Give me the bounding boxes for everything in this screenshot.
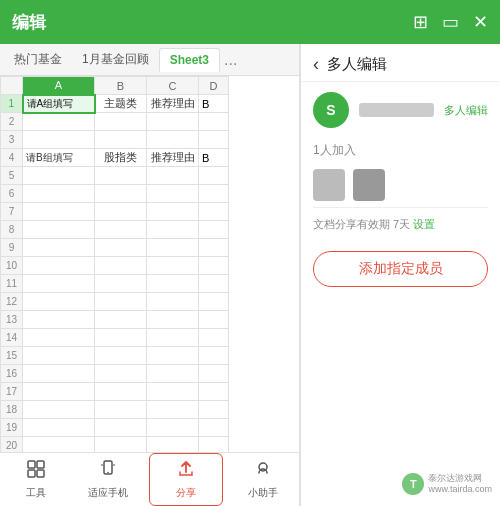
watermark: T 泰尔达游戏网 www.tairda.com — [402, 473, 492, 496]
svg-point-5 — [108, 472, 110, 474]
toolbar-mobile[interactable]: 适应手机 — [72, 453, 144, 506]
row-num-3: 3 — [1, 131, 23, 149]
cell-d3[interactable] — [199, 131, 229, 149]
cell-d1[interactable]: B — [199, 95, 229, 113]
mobile-label: 适应手机 — [88, 486, 128, 500]
user-section: S 多人编辑 — [301, 82, 500, 138]
col-header-empty — [1, 77, 23, 95]
cell-b3[interactable] — [95, 131, 147, 149]
share-label: 分享 — [176, 486, 196, 500]
svg-rect-1 — [37, 461, 44, 468]
cell-b2[interactable] — [95, 113, 147, 131]
table-row: 1 请A组填写 主题类 推荐理由 B — [1, 95, 229, 113]
svg-rect-0 — [28, 461, 35, 468]
table-row: 17 — [1, 383, 229, 401]
cell-d2[interactable] — [199, 113, 229, 131]
row-num-1: 1 — [1, 95, 23, 113]
member-avatar-2 — [353, 169, 385, 201]
sheet-tabs: 热门基金 1月基金回顾 Sheet3 ... — [0, 44, 299, 76]
assistant-icon — [253, 459, 273, 484]
multi-edit-link[interactable]: 多人编辑 — [444, 103, 488, 118]
close-icon[interactable]: ✕ — [473, 11, 488, 33]
table-row: 14 — [1, 329, 229, 347]
cell-c4[interactable]: 推荐理由 — [147, 149, 199, 167]
cell-a4[interactable]: 请B组填写 — [23, 149, 95, 167]
cell-c5[interactable] — [147, 167, 199, 185]
table-row: 4 请B组填写 股指类 推荐理由 B — [1, 149, 229, 167]
grid-icon[interactable]: ⊞ — [413, 11, 428, 33]
table-row: 7 — [1, 203, 229, 221]
cell-a5[interactable] — [23, 167, 95, 185]
back-arrow-icon[interactable]: ‹ — [313, 54, 319, 75]
watermark-logo: T — [402, 473, 424, 495]
col-header-c[interactable]: C — [147, 77, 199, 95]
right-panel-header: ‹ 多人编辑 — [301, 44, 500, 82]
table-row: 3 — [1, 131, 229, 149]
grid-wrapper[interactable]: A B C D 1 请A组填写 主题类 推荐理由 B — [0, 76, 299, 452]
tabs-more-icon[interactable]: ... — [224, 51, 237, 69]
cell-c1[interactable]: 推荐理由 — [147, 95, 199, 113]
table-row: 16 — [1, 365, 229, 383]
member-avatar-1 — [313, 169, 345, 201]
cell-b1[interactable]: 主题类 — [95, 95, 147, 113]
tab-hot-funds[interactable]: 热门基金 — [4, 47, 72, 72]
table-row: 9 — [1, 239, 229, 257]
bottom-toolbar: 工具 适应手机 分享 — [0, 452, 299, 506]
share-icon — [176, 459, 196, 484]
toolbar-share[interactable]: 分享 — [149, 453, 223, 506]
cell-a6[interactable] — [23, 185, 95, 203]
cell-d5[interactable] — [199, 167, 229, 185]
table-row: 15 — [1, 347, 229, 365]
right-panel: ‹ 多人编辑 S 多人编辑 1人加入 文档分享有效期 7天 设置 添加指定成员 … — [300, 44, 500, 506]
toolbar-tools[interactable]: 工具 — [0, 453, 72, 506]
cell-c6[interactable] — [147, 185, 199, 203]
mobile-icon — [98, 459, 118, 484]
table-row: 19 — [1, 419, 229, 437]
window-icon[interactable]: ▭ — [442, 11, 459, 33]
col-header-d[interactable]: D — [199, 77, 229, 95]
top-bar-icons: ⊞ ▭ ✕ — [413, 11, 488, 33]
cell-b6[interactable] — [95, 185, 147, 203]
row-num-2: 2 — [1, 113, 23, 131]
avatar: S — [313, 92, 349, 128]
table-row: 12 — [1, 293, 229, 311]
cell-c3[interactable] — [147, 131, 199, 149]
tab-sheet3[interactable]: Sheet3 — [159, 48, 220, 72]
cell-b5[interactable] — [95, 167, 147, 185]
table-row: 20 — [1, 437, 229, 453]
assistant-label: 小助手 — [248, 486, 278, 500]
members-count: 1人加入 — [301, 138, 500, 163]
tab-jan-review[interactable]: 1月基金回顾 — [72, 47, 159, 72]
toolbar-assistant[interactable]: 小助手 — [227, 453, 299, 506]
cell-a3[interactable] — [23, 131, 95, 149]
user-name-blurred — [359, 103, 434, 117]
col-header-b[interactable]: B — [95, 77, 147, 95]
watermark-text: 泰尔达游戏网 www.tairda.com — [428, 473, 492, 496]
member-avatars — [301, 163, 500, 207]
cell-a1[interactable]: 请A组填写 — [23, 95, 95, 113]
table-row: 11 — [1, 275, 229, 293]
spreadsheet-panel: 热门基金 1月基金回顾 Sheet3 ... A B — [0, 44, 300, 506]
table-row: 8 — [1, 221, 229, 239]
cell-d4[interactable]: B — [199, 149, 229, 167]
svg-rect-2 — [28, 470, 35, 477]
setting-link[interactable]: 设置 — [413, 218, 435, 230]
right-panel-title: 多人编辑 — [327, 55, 387, 74]
cell-b4[interactable]: 股指类 — [95, 149, 147, 167]
row-num-5: 5 — [1, 167, 23, 185]
table-row: 5 — [1, 167, 229, 185]
top-bar-title: 编辑 — [12, 11, 46, 34]
col-header-a[interactable]: A — [23, 77, 95, 95]
cell-a2[interactable] — [23, 113, 95, 131]
tools-icon — [26, 459, 46, 484]
cell-c2[interactable] — [147, 113, 199, 131]
cell-d6[interactable] — [199, 185, 229, 203]
table-row: 6 — [1, 185, 229, 203]
table-row: 10 — [1, 257, 229, 275]
spreadsheet-grid: A B C D 1 请A组填写 主题类 推荐理由 B — [0, 76, 229, 452]
table-row: 13 — [1, 311, 229, 329]
add-member-button[interactable]: 添加指定成员 — [313, 251, 488, 287]
row-num-6: 6 — [1, 185, 23, 203]
row-num-4: 4 — [1, 149, 23, 167]
table-row: 2 — [1, 113, 229, 131]
